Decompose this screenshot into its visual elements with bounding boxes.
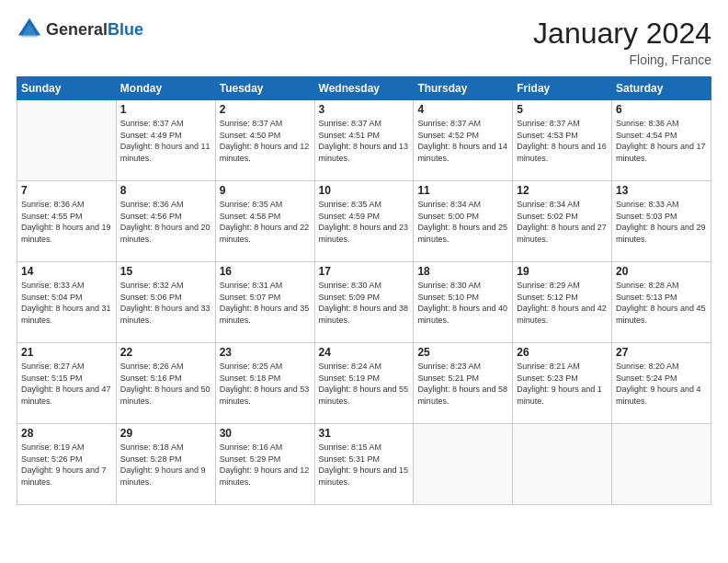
cell-4-3: 31Sunrise: 8:15 AMSunset: 5:31 PMDayligh… (314, 424, 414, 505)
cell-1-1: 8Sunrise: 8:36 AMSunset: 4:56 PMDaylight… (116, 181, 215, 262)
cell-4-2: 30Sunrise: 8:16 AMSunset: 5:29 PMDayligh… (215, 424, 314, 505)
day-number-27: 27 (616, 346, 707, 359)
day-number-26: 26 (517, 346, 608, 359)
cell-3-6: 27Sunrise: 8:20 AMSunset: 5:24 PMDayligh… (612, 343, 711, 424)
week-row-2: 14Sunrise: 8:33 AMSunset: 5:04 PMDayligh… (17, 262, 711, 343)
day-number-2: 2 (220, 103, 311, 116)
day-number-31: 31 (319, 427, 410, 440)
day-number-15: 15 (120, 265, 211, 278)
week-row-1: 7Sunrise: 8:36 AMSunset: 4:55 PMDaylight… (17, 181, 711, 262)
cell-0-1: 1Sunrise: 8:37 AMSunset: 4:49 PMDaylight… (116, 100, 215, 181)
header-thursday: Thursday (414, 77, 513, 100)
day-number-8: 8 (120, 184, 211, 197)
header-saturday: Saturday (612, 77, 711, 100)
day-info-22: Sunrise: 8:26 AMSunset: 5:16 PMDaylight:… (120, 361, 211, 407)
day-number-4: 4 (417, 103, 508, 116)
day-number-22: 22 (120, 346, 211, 359)
day-number-16: 16 (220, 265, 311, 278)
header-tuesday: Tuesday (215, 77, 314, 100)
day-number-14: 14 (21, 265, 112, 278)
day-number-5: 5 (517, 103, 608, 116)
day-number-24: 24 (319, 346, 410, 359)
title-block: January 2024 Floing, France (533, 17, 711, 67)
day-info-9: Sunrise: 8:35 AMSunset: 4:58 PMDaylight:… (220, 199, 311, 245)
day-info-8: Sunrise: 8:36 AMSunset: 4:56 PMDaylight:… (120, 199, 211, 245)
day-number-29: 29 (120, 427, 211, 440)
day-number-3: 3 (319, 103, 410, 116)
day-number-17: 17 (319, 265, 410, 278)
day-number-7: 7 (21, 184, 112, 197)
day-info-12: Sunrise: 8:34 AMSunset: 5:02 PMDaylight:… (517, 199, 608, 245)
logo-blue: Blue (108, 20, 143, 39)
day-info-5: Sunrise: 8:37 AMSunset: 4:53 PMDaylight:… (517, 118, 608, 164)
day-info-14: Sunrise: 8:33 AMSunset: 5:04 PMDaylight:… (21, 280, 112, 326)
cell-0-2: 2Sunrise: 8:37 AMSunset: 4:50 PMDaylight… (215, 100, 314, 181)
day-number-18: 18 (417, 265, 508, 278)
cell-3-1: 22Sunrise: 8:26 AMSunset: 5:16 PMDayligh… (116, 343, 215, 424)
day-number-9: 9 (220, 184, 311, 197)
week-row-4: 28Sunrise: 8:19 AMSunset: 5:26 PMDayligh… (17, 424, 711, 505)
day-info-3: Sunrise: 8:37 AMSunset: 4:51 PMDaylight:… (319, 118, 410, 164)
cell-2-2: 16Sunrise: 8:31 AMSunset: 5:07 PMDayligh… (215, 262, 314, 343)
day-info-7: Sunrise: 8:36 AMSunset: 4:55 PMDaylight:… (21, 199, 112, 245)
cell-4-0: 28Sunrise: 8:19 AMSunset: 5:26 PMDayligh… (17, 424, 117, 505)
day-number-19: 19 (517, 265, 608, 278)
cell-2-0: 14Sunrise: 8:33 AMSunset: 5:04 PMDayligh… (17, 262, 117, 343)
location: Floing, France (533, 52, 711, 67)
weekday-header-row: Sunday Monday Tuesday Wednesday Thursday… (17, 77, 711, 100)
cell-1-0: 7Sunrise: 8:36 AMSunset: 4:55 PMDaylight… (17, 181, 117, 262)
cell-4-6 (612, 424, 711, 505)
day-number-13: 13 (616, 184, 707, 197)
day-info-25: Sunrise: 8:23 AMSunset: 5:21 PMDaylight:… (417, 361, 508, 407)
cell-2-4: 18Sunrise: 8:30 AMSunset: 5:10 PMDayligh… (414, 262, 513, 343)
logo-icon (17, 17, 42, 42)
day-number-10: 10 (319, 184, 410, 197)
day-number-12: 12 (517, 184, 608, 197)
cell-1-2: 9Sunrise: 8:35 AMSunset: 4:58 PMDaylight… (215, 181, 314, 262)
day-info-23: Sunrise: 8:25 AMSunset: 5:18 PMDaylight:… (220, 361, 311, 407)
cell-2-1: 15Sunrise: 8:32 AMSunset: 5:06 PMDayligh… (116, 262, 215, 343)
day-number-20: 20 (616, 265, 707, 278)
month-title: January 2024 (533, 17, 711, 51)
day-info-11: Sunrise: 8:34 AMSunset: 5:00 PMDaylight:… (417, 199, 508, 245)
cell-4-5 (513, 424, 612, 505)
cell-2-6: 20Sunrise: 8:28 AMSunset: 5:13 PMDayligh… (612, 262, 711, 343)
logo-text: GeneralBlue (46, 20, 143, 40)
day-info-19: Sunrise: 8:29 AMSunset: 5:12 PMDaylight:… (517, 280, 608, 326)
cell-1-5: 12Sunrise: 8:34 AMSunset: 5:02 PMDayligh… (513, 181, 612, 262)
calendar: Sunday Monday Tuesday Wednesday Thursday… (17, 76, 711, 505)
day-info-16: Sunrise: 8:31 AMSunset: 5:07 PMDaylight:… (220, 280, 311, 326)
day-info-6: Sunrise: 8:36 AMSunset: 4:54 PMDaylight:… (616, 118, 707, 164)
day-info-21: Sunrise: 8:27 AMSunset: 5:15 PMDaylight:… (21, 361, 112, 407)
cell-3-0: 21Sunrise: 8:27 AMSunset: 5:15 PMDayligh… (17, 343, 117, 424)
cell-0-6: 6Sunrise: 8:36 AMSunset: 4:54 PMDaylight… (612, 100, 711, 181)
day-number-28: 28 (21, 427, 112, 440)
cell-3-5: 26Sunrise: 8:21 AMSunset: 5:23 PMDayligh… (513, 343, 612, 424)
logo: GeneralBlue (17, 17, 143, 42)
day-info-27: Sunrise: 8:20 AMSunset: 5:24 PMDaylight:… (616, 361, 707, 407)
day-number-30: 30 (220, 427, 311, 440)
day-info-29: Sunrise: 8:18 AMSunset: 5:28 PMDaylight:… (120, 442, 211, 488)
cell-3-4: 25Sunrise: 8:23 AMSunset: 5:21 PMDayligh… (414, 343, 513, 424)
cell-0-0 (17, 100, 117, 181)
day-info-18: Sunrise: 8:30 AMSunset: 5:10 PMDaylight:… (417, 280, 508, 326)
day-info-10: Sunrise: 8:35 AMSunset: 4:59 PMDaylight:… (319, 199, 410, 245)
week-row-3: 21Sunrise: 8:27 AMSunset: 5:15 PMDayligh… (17, 343, 711, 424)
cell-0-3: 3Sunrise: 8:37 AMSunset: 4:51 PMDaylight… (314, 100, 414, 181)
day-number-25: 25 (417, 346, 508, 359)
day-info-15: Sunrise: 8:32 AMSunset: 5:06 PMDaylight:… (120, 280, 211, 326)
cell-4-1: 29Sunrise: 8:18 AMSunset: 5:28 PMDayligh… (116, 424, 215, 505)
day-info-17: Sunrise: 8:30 AMSunset: 5:09 PMDaylight:… (319, 280, 410, 326)
week-row-0: 1Sunrise: 8:37 AMSunset: 4:49 PMDaylight… (17, 100, 711, 181)
cell-4-4 (414, 424, 513, 505)
day-number-6: 6 (616, 103, 707, 116)
page: GeneralBlue January 2024 Floing, France … (0, 0, 728, 563)
cell-1-4: 11Sunrise: 8:34 AMSunset: 5:00 PMDayligh… (414, 181, 513, 262)
header-monday: Monday (116, 77, 215, 100)
cell-2-3: 17Sunrise: 8:30 AMSunset: 5:09 PMDayligh… (314, 262, 414, 343)
day-number-23: 23 (220, 346, 311, 359)
day-info-2: Sunrise: 8:37 AMSunset: 4:50 PMDaylight:… (220, 118, 311, 164)
day-info-1: Sunrise: 8:37 AMSunset: 4:49 PMDaylight:… (120, 118, 211, 164)
header-friday: Friday (513, 77, 612, 100)
day-info-28: Sunrise: 8:19 AMSunset: 5:26 PMDaylight:… (21, 442, 112, 488)
